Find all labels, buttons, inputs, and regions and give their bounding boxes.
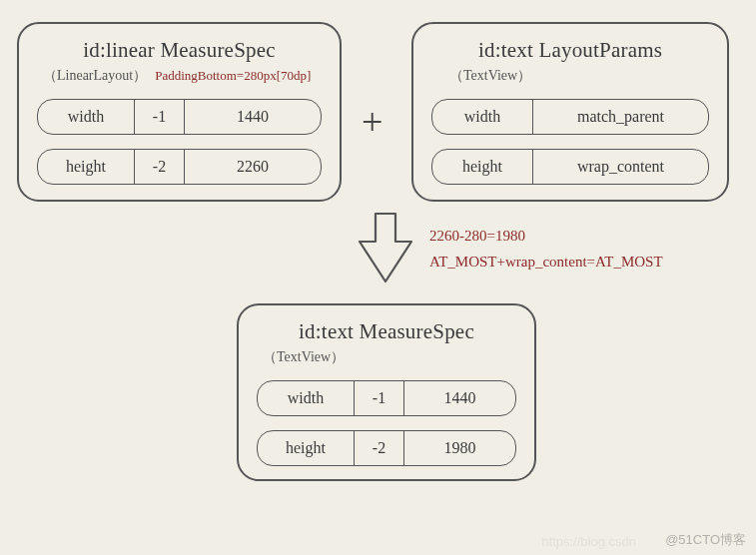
row-label: width — [432, 100, 532, 134]
row-mode: -2 — [134, 150, 184, 184]
row-label: width — [38, 100, 134, 134]
watermark: @51CTO博客 — [665, 531, 746, 549]
row-mode: -1 — [134, 100, 184, 134]
row-label: height — [38, 150, 134, 184]
box-params-subtitle: （TextView） — [449, 67, 709, 85]
box-linear-measurespec: id:linear MeasureSpec （LinearLayout） Pad… — [17, 22, 342, 202]
calc-annotation: 2260-280=1980 AT_MOST+wrap_content=AT_MO… — [429, 224, 663, 275]
row-value: 1440 — [184, 100, 321, 134]
result-width-row: width -1 1440 — [257, 380, 516, 416]
watermark-faint: https://blog.csdn — [541, 534, 636, 549]
box-linear-subtitle: （LinearLayout） — [43, 67, 147, 85]
row-mode: -2 — [354, 431, 403, 465]
box-text-layoutparams: id:text LayoutParams （TextView） width ma… — [411, 22, 729, 202]
box-params-title: id:text LayoutParams — [431, 38, 709, 63]
row-value: match_parent — [532, 100, 708, 134]
row-value: 1980 — [403, 431, 515, 465]
row-label: height — [432, 150, 532, 184]
row-value: 2260 — [184, 150, 321, 184]
box-linear-title: id:linear MeasureSpec — [37, 38, 322, 63]
row-value: 1440 — [403, 381, 515, 415]
box-result-subtitle: （TextView） — [263, 348, 516, 366]
box-result-title: id:text MeasureSpec — [257, 319, 516, 344]
annot-line2: AT_MOST+wrap_content=AT_MOST — [429, 250, 663, 276]
row-mode: -1 — [354, 381, 403, 415]
row-label: height — [258, 431, 354, 465]
linear-height-row: height -2 2260 — [37, 149, 322, 185]
params-height-row: height wrap_content — [431, 149, 709, 185]
down-arrow-icon — [356, 212, 415, 293]
result-height-row: height -2 1980 — [257, 430, 516, 466]
annot-line1: 2260-280=1980 — [429, 224, 663, 250]
padding-bottom-note: PaddingBottom=280px[70dp] — [155, 68, 311, 84]
plus-icon: + — [362, 100, 382, 144]
row-value: wrap_content — [532, 150, 708, 184]
box-text-measurespec: id:text MeasureSpec （TextView） width -1 … — [237, 303, 536, 481]
params-width-row: width match_parent — [431, 99, 709, 135]
linear-width-row: width -1 1440 — [37, 99, 322, 135]
row-label: width — [258, 381, 354, 415]
